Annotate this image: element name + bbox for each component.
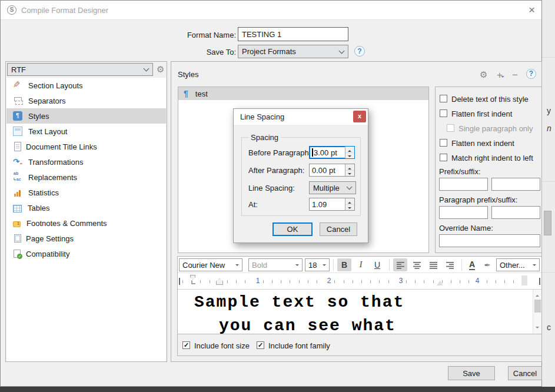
after-paragraph-label: After Paragraph: xyxy=(248,166,304,175)
other-format-dropdown[interactable]: Other... xyxy=(496,258,540,271)
checkbox-match-right-indent[interactable] xyxy=(440,154,447,161)
spinner-buttons[interactable] xyxy=(345,164,354,176)
sidebar-item-label: Separators xyxy=(28,97,66,105)
checkbox-label: Single paragraph only xyxy=(458,124,533,133)
chevron-down-icon xyxy=(533,264,536,268)
scrollbar-thumb[interactable] xyxy=(534,300,541,313)
checkbox-single-paragraph-only xyxy=(447,124,454,132)
spinner-buttons[interactable] xyxy=(345,198,354,210)
toolbar-separator xyxy=(389,259,390,271)
paragraph-prefix-suffix-label: Paragraph prefix/suffix: xyxy=(439,195,517,204)
gear-icon[interactable]: ⚙ xyxy=(480,69,487,80)
help-icon[interactable]: ? xyxy=(526,69,536,79)
styles-icon xyxy=(13,111,22,121)
line-spacing-value: Multiple xyxy=(313,184,340,192)
sidebar-item-page-settings[interactable]: Page Settings xyxy=(6,231,166,246)
save-to-dropdown[interactable]: Project Formats xyxy=(238,45,348,58)
highlight-pen-icon[interactable]: ✒ xyxy=(481,258,494,271)
screen: y n c S Compile Format Designer × Format… xyxy=(0,0,555,392)
style-name: test xyxy=(195,89,208,98)
font-style-dropdown[interactable]: Bold xyxy=(248,258,303,271)
statistics-icon xyxy=(13,188,22,197)
align-center-button[interactable] xyxy=(410,258,424,271)
window-close-icon[interactable]: × xyxy=(529,4,535,15)
checkbox-flatten-next-indent[interactable] xyxy=(440,139,447,147)
checkbox-label: Include font family xyxy=(268,341,330,350)
help-icon[interactable]: ? xyxy=(354,46,365,57)
remove-style-icon[interactable]: − xyxy=(512,69,518,81)
font-size-dropdown[interactable]: 18 xyxy=(305,258,330,271)
align-justify-button[interactable] xyxy=(426,258,440,271)
document-icon xyxy=(14,142,21,151)
paragraph-suffix-input[interactable] xyxy=(491,206,540,219)
before-paragraph-spinbox[interactable]: 3.00 pt xyxy=(309,146,355,159)
ok-button[interactable]: OK xyxy=(272,222,313,236)
tables-icon xyxy=(13,205,22,212)
ruler-mark: 3 xyxy=(397,277,405,285)
override-name-input[interactable] xyxy=(439,234,540,247)
sidebar-item-document-title-links[interactable]: Document Title Links xyxy=(6,139,166,154)
line-spacing-dropdown[interactable]: Multiple xyxy=(309,181,356,194)
dialog-close-icon[interactable]: x xyxy=(353,111,366,122)
chevron-down-icon xyxy=(144,66,149,72)
font-size-value: 18 xyxy=(308,261,317,270)
sidebar-item-transformations[interactable]: Transformations xyxy=(6,154,166,170)
bold-button[interactable]: B xyxy=(337,258,351,271)
sidebar-item-footnotes-comments[interactable]: Footnotes & Comments xyxy=(6,215,166,231)
checkbox-include-font-size[interactable] xyxy=(182,341,190,349)
sidebar-item-label: Compatibility xyxy=(26,250,69,258)
format-name-input[interactable]: TESTING 1 xyxy=(238,27,348,41)
title-bar: S Compile Format Designer × xyxy=(1,1,541,20)
gear-icon[interactable]: ⚙ xyxy=(157,64,164,75)
sidebar-item-compatibility[interactable]: Compatibility xyxy=(6,246,166,261)
sidebar-item-label: Tables xyxy=(28,204,50,212)
compatibility-icon xyxy=(14,250,21,258)
background-text-fragment: n xyxy=(547,124,551,133)
format-type-dropdown[interactable]: RTF xyxy=(7,63,153,76)
sidebar-item-styles[interactable]: Styles xyxy=(6,108,166,124)
left-indent-marker[interactable] xyxy=(216,278,223,285)
hanging-indent-marker[interactable] xyxy=(191,281,195,284)
sidebar-section-list: Section Layouts Separators Styles Text L… xyxy=(6,78,166,361)
sidebar-item-statistics[interactable]: Statistics xyxy=(6,185,166,200)
underline-button[interactable]: U xyxy=(370,258,384,271)
background-text-fragment: y xyxy=(547,106,551,115)
font-family-dropdown[interactable]: Courier New xyxy=(179,258,242,271)
checkbox-flatten-first-indent[interactable] xyxy=(440,109,447,117)
sidebar-item-label: Text Layout xyxy=(28,127,68,136)
checkbox-include-font-family[interactable] xyxy=(257,341,264,349)
paragraph-prefix-input[interactable] xyxy=(439,206,488,219)
add-style-icon[interactable]: + xyxy=(497,69,503,81)
sidebar-item-replacements[interactable]: Replacements xyxy=(6,170,166,185)
scroll-down-icon[interactable] xyxy=(536,327,539,330)
preview-scrollbar[interactable] xyxy=(533,290,541,334)
font-color-button[interactable]: A xyxy=(466,258,478,271)
align-left-button[interactable] xyxy=(393,258,407,271)
prefix-input[interactable] xyxy=(439,178,488,191)
align-right-button[interactable] xyxy=(443,258,457,271)
sidebar-item-separators[interactable]: Separators xyxy=(6,93,166,108)
sidebar-item-label: Document Title Links xyxy=(26,142,97,151)
dialog-cancel-button[interactable]: Cancel xyxy=(320,222,357,236)
ruler[interactable]: 1 2 3 4 xyxy=(178,273,541,290)
after-paragraph-spinbox[interactable]: 0.00 pt xyxy=(309,164,355,177)
cancel-button[interactable]: Cancel xyxy=(508,366,542,380)
style-list-item[interactable]: ¶ test xyxy=(178,87,428,100)
checkbox-delete-text[interactable] xyxy=(440,95,447,102)
align-left-icon xyxy=(396,261,405,269)
font-style-value: Bold xyxy=(252,261,267,270)
pilcrow-icon: ¶ xyxy=(184,89,188,98)
save-button[interactable]: Save xyxy=(448,366,495,380)
first-line-indent-marker[interactable] xyxy=(190,275,195,280)
sidebar-item-tables[interactable]: Tables xyxy=(6,200,166,215)
prefix-suffix-label: Prefix/suffix: xyxy=(439,167,481,176)
scroll-up-icon[interactable] xyxy=(536,293,539,297)
sidebar-item-section-layouts[interactable]: Section Layouts xyxy=(6,78,166,93)
suffix-input[interactable] xyxy=(491,178,540,191)
sidebar-item-text-layout[interactable]: Text Layout xyxy=(6,124,166,139)
italic-button[interactable]: I xyxy=(354,258,368,271)
dialog-title-bar: Line Spacing x xyxy=(234,109,368,125)
spinner-buttons[interactable] xyxy=(345,147,354,158)
sidebar-item-label: Statistics xyxy=(28,188,59,197)
at-spinbox[interactable]: 1.09 xyxy=(309,198,355,211)
